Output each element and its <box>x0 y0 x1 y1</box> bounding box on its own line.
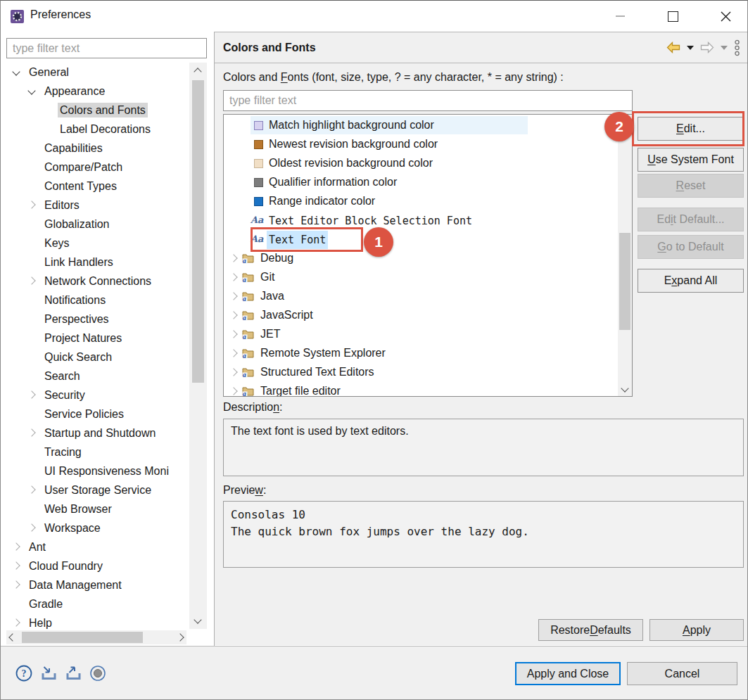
tree-item[interactable]: Help <box>1 613 189 629</box>
scroll-left-icon[interactable] <box>8 633 16 641</box>
tree-item[interactable]: Appearance <box>1 82 189 101</box>
scrollbar-thumb[interactable] <box>22 632 143 643</box>
scrollbar-thumb[interactable] <box>619 233 630 330</box>
tree-item[interactable]: Project Natures <box>1 329 189 348</box>
tree-item[interactable]: Gradle <box>1 594 189 613</box>
expand-chevron-icon[interactable] <box>229 387 237 395</box>
list-item-category[interactable]: aJET <box>224 325 618 344</box>
list-item-category[interactable]: aDebug <box>224 249 618 268</box>
list-item-color[interactable]: Range indicator color <box>224 192 618 211</box>
expand-chevron-icon[interactable] <box>12 580 20 588</box>
scrollbar-thumb[interactable] <box>192 80 204 383</box>
expand-chevron-icon[interactable] <box>12 561 20 569</box>
tree-item[interactable]: Quick Search <box>1 348 189 367</box>
tree-item-label: Security <box>42 388 87 402</box>
scroll-right-icon[interactable] <box>176 633 184 641</box>
tree-vertical-scrollbar[interactable] <box>189 63 207 629</box>
tree-item[interactable]: Startup and Shutdown <box>1 424 189 443</box>
cancel-button[interactable]: Cancel <box>627 662 737 685</box>
tree-item[interactable]: Perspectives <box>1 310 189 329</box>
description-label: Description: <box>223 401 283 414</box>
list-item-category[interactable]: aJavaScript <box>224 306 618 325</box>
back-button[interactable] <box>666 42 680 53</box>
tree-item[interactable]: Web Browser <box>1 499 189 518</box>
scroll-down-icon[interactable] <box>194 616 201 623</box>
tree-item[interactable]: User Storage Service <box>1 481 189 499</box>
back-history-dropdown-icon[interactable] <box>687 46 694 50</box>
tree-item[interactable]: Network Connections <box>1 272 189 291</box>
tree-item[interactable]: Cloud Foundry <box>1 556 189 575</box>
help-button[interactable]: ? <box>15 664 33 685</box>
list-item-color[interactable]: Oldest revision background color <box>224 154 618 173</box>
expand-chevron-icon[interactable] <box>27 485 35 493</box>
expand-chevron-icon[interactable] <box>229 349 237 357</box>
tree-item[interactable]: General <box>1 63 189 82</box>
expand-chevron-icon[interactable] <box>12 618 20 626</box>
expand-chevron-icon[interactable] <box>27 276 35 284</box>
expand-chevron-icon[interactable] <box>229 273 237 281</box>
expand-chevron-icon[interactable] <box>27 523 35 531</box>
list-vertical-scrollbar[interactable] <box>618 115 632 396</box>
list-item-color[interactable]: Newest revision background color <box>224 135 618 154</box>
tree-item[interactable]: Colors and Fonts <box>1 101 189 120</box>
scroll-down-icon[interactable] <box>621 384 628 392</box>
svg-text:a: a <box>243 257 246 264</box>
tree-item[interactable]: Link Handlers <box>1 253 189 272</box>
list-filter-input[interactable] <box>223 90 633 111</box>
tree-item[interactable]: Compare/Patch <box>1 158 189 177</box>
tree-item[interactable]: Label Decorations <box>1 120 189 139</box>
tree-item[interactable]: Editors <box>1 196 189 215</box>
apply-and-close-button[interactable]: Apply and Close <box>515 662 621 685</box>
tree-item[interactable]: Globalization <box>1 215 189 234</box>
list-item-category[interactable]: aJava <box>224 287 618 306</box>
apply-button[interactable]: Apply <box>649 619 744 641</box>
forward-history-dropdown-icon[interactable] <box>721 46 728 50</box>
export-button[interactable] <box>65 666 82 684</box>
tree-item[interactable]: Data Management <box>1 575 189 594</box>
expand-chevron-icon[interactable] <box>229 292 237 300</box>
collapse-chevron-icon[interactable] <box>27 87 35 94</box>
category-folder-icon: a <box>242 310 254 324</box>
expand-chevron-icon[interactable] <box>27 390 35 398</box>
expand-chevron-icon[interactable] <box>229 330 237 338</box>
use-system-font-button[interactable]: Use System Font <box>638 148 744 172</box>
expand-chevron-icon[interactable] <box>229 311 237 319</box>
expand-chevron-icon[interactable] <box>27 428 35 436</box>
window-title: Preferences <box>30 8 91 21</box>
forward-button[interactable] <box>700 42 714 53</box>
expand-chevron-icon[interactable] <box>229 368 237 376</box>
tree-filter-input[interactable] <box>6 38 207 58</box>
list-item-color[interactable]: Qualifier information color <box>224 173 618 192</box>
expand-chevron-icon[interactable] <box>12 542 20 550</box>
tree-horizontal-scrollbar[interactable] <box>6 630 186 644</box>
tree-item[interactable]: Capabilities <box>1 139 189 158</box>
scroll-up-icon[interactable] <box>194 68 201 75</box>
tree-item[interactable]: Service Policies <box>1 405 189 424</box>
restore-defaults-button[interactable]: Restore Defaults <box>538 619 643 641</box>
tree-item[interactable]: Workspace <box>1 518 189 537</box>
minimize-button[interactable] <box>609 6 630 27</box>
record-button[interactable] <box>89 665 106 685</box>
tree-item[interactable]: Content Types <box>1 177 189 196</box>
tree-item[interactable]: Search <box>1 367 189 386</box>
expand-chevron-icon[interactable] <box>229 254 237 262</box>
list-item-category[interactable]: aStructured Text Editors <box>224 363 618 382</box>
view-menu-icon[interactable] <box>734 39 740 56</box>
tree-item[interactable]: Security <box>1 386 189 405</box>
tree-item[interactable]: UI Responsiveness Moni <box>1 462 189 481</box>
expand-all-button[interactable]: Expand All <box>638 269 744 293</box>
expand-chevron-icon[interactable] <box>27 201 35 208</box>
collapse-chevron-icon[interactable] <box>12 68 20 75</box>
category-folder-icon: a <box>242 272 254 286</box>
import-button[interactable] <box>40 666 58 684</box>
list-item-color[interactable]: Match highlight background color <box>224 116 618 135</box>
tree-item[interactable]: Tracing <box>1 443 189 462</box>
tree-item[interactable]: Keys <box>1 234 189 253</box>
tree-item[interactable]: Ant <box>1 537 189 556</box>
maximize-button[interactable] <box>662 6 683 27</box>
list-item-category[interactable]: aTarget file editor <box>224 382 618 397</box>
tree-item[interactable]: Notifications <box>1 291 189 310</box>
list-item-category[interactable]: aGit <box>224 268 618 287</box>
close-button[interactable] <box>715 6 736 27</box>
list-item-category[interactable]: aRemote System Explorer <box>224 344 618 363</box>
